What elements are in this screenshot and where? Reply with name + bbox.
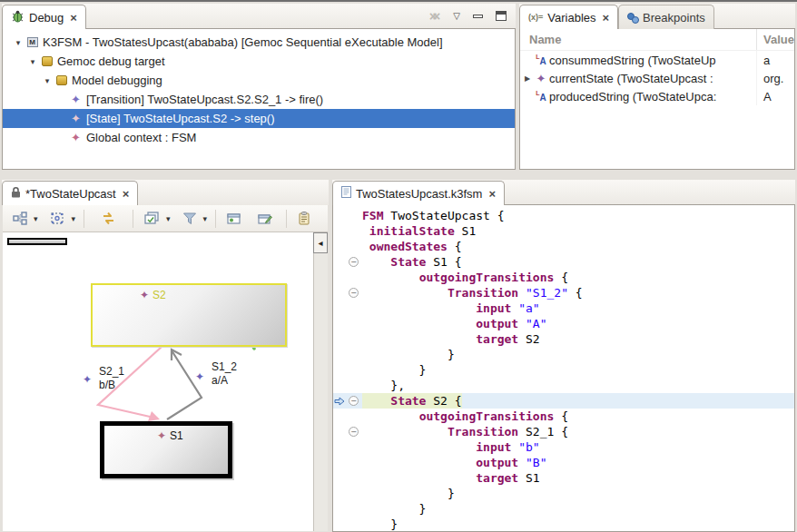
view-menu-icon[interactable]: ▽ <box>453 11 460 21</box>
tab-diagram-close-icon[interactable]: × <box>123 187 130 201</box>
tab-variables-close-icon[interactable]: × <box>603 11 610 25</box>
fold-gutter <box>345 362 362 378</box>
code-line[interactable]: } <box>333 517 794 532</box>
breakpoints-icon <box>627 13 638 22</box>
arrange-selection-icon[interactable] <box>47 210 68 227</box>
annotation-gutter <box>333 316 345 331</box>
variable-row[interactable]: ▶✦currentState (TwoStateUpcast :org. <box>520 69 794 87</box>
code-line[interactable]: initialState S1 <box>333 223 794 239</box>
tab-variables[interactable]: (x)= Variables × <box>519 5 618 29</box>
clipboard-icon[interactable] <box>295 210 313 227</box>
show-properties-icon[interactable] <box>224 211 244 227</box>
variable-row[interactable]: LAconsummedString (TwoStateUpa <box>520 51 794 69</box>
code-line[interactable]: input "a" <box>333 300 794 316</box>
debug-tree-item-label: Gemoc debug target <box>57 54 165 68</box>
code-line-text: } <box>362 517 398 532</box>
maximize-icon[interactable] <box>496 11 507 21</box>
state-s1-node[interactable]: ✦ S1 <box>100 421 232 478</box>
expander-icon[interactable]: ▾ <box>41 76 54 85</box>
code-line[interactable]: } <box>333 347 794 362</box>
column-header-name[interactable]: Name <box>520 29 757 50</box>
arrange-dropdown-icon[interactable]: ▾ <box>72 214 76 223</box>
remove-terminated-icon[interactable]: ×× <box>429 8 441 24</box>
code-lines[interactable]: FSM TwoStateUpcast { initialState S1 own… <box>333 205 794 531</box>
debug-tree-item[interactable]: ▾Model debugging <box>3 71 515 90</box>
tab-debug-close-icon[interactable]: × <box>70 11 77 25</box>
code-line-text: } <box>362 501 426 517</box>
layers-icon[interactable] <box>142 210 162 227</box>
filter-dropdown-icon[interactable]: ▾ <box>203 214 208 223</box>
code-line[interactable]: target S1 <box>333 470 794 486</box>
annotation-gutter <box>333 208 345 223</box>
variable-value: A <box>757 90 772 103</box>
debug-tree-item[interactable]: ✦[State] TwoStateUpcast.S2 -> step() <box>3 109 515 128</box>
tab-debug[interactable]: Debug × <box>2 5 86 29</box>
edge-s1-to-s2[interactable] <box>167 350 202 419</box>
code-line[interactable]: ownedStates { <box>333 239 794 254</box>
diagram-editor-tabbar: *TwoStateUpcast × <box>2 180 329 205</box>
tab-variables-label: Variables <box>547 11 595 25</box>
minimize-icon[interactable] <box>473 15 483 18</box>
state-s1-label[interactable]: S1 <box>170 429 183 442</box>
debug-tree-item[interactable]: ▾MK3FSM - TwoStatesUpcast(abababa) [Gemo… <box>3 33 515 52</box>
debug-view: Debug × ×× ▽ ▾MK3FSM - TwoStatesUpcast(a… <box>2 4 516 170</box>
code-line-text: } <box>362 362 426 378</box>
expander-icon[interactable]: ▾ <box>26 57 39 66</box>
code-line[interactable]: − State S1 { <box>333 254 794 270</box>
code-line[interactable]: outgoingTransitions { <box>333 270 794 285</box>
variable-name: currentState (TwoStateUpcast : <box>549 72 713 85</box>
expander-icon[interactable]: ▾ <box>12 38 25 47</box>
edge-left-io-label[interactable]: b/B <box>99 379 115 391</box>
edge-right-io-label[interactable]: a/A <box>212 374 228 387</box>
expander-icon[interactable]: ▶ <box>522 74 533 83</box>
code-line[interactable]: } <box>333 501 794 517</box>
fold-collapse-icon[interactable]: − <box>345 393 362 409</box>
filter-icon[interactable] <box>180 210 200 227</box>
debug-tree-item-label: [Transition] TwoStateUpcast.S2.S2_1 -> f… <box>86 93 323 106</box>
edge-right-name-label[interactable]: S1_2 <box>212 360 237 373</box>
tab-diagram[interactable]: *TwoStateUpcast × <box>2 181 138 205</box>
code-line[interactable]: − Transition "S1_2" { <box>333 285 794 300</box>
refresh-icon[interactable] <box>98 210 119 227</box>
layout-icon[interactable] <box>10 210 30 227</box>
debug-tree-item[interactable]: ✦Global context : FSM <box>3 128 515 147</box>
variables-view: (x)= Variables × Breakpoints Name Value … <box>519 4 795 170</box>
tab-k3fsm-file[interactable]: TwoStatesUpcast.k3fsm × <box>332 181 505 205</box>
code-line[interactable]: outgoingTransitions { <box>333 409 794 424</box>
code-line[interactable]: − Transition S2_1 { <box>333 424 794 439</box>
tab-breakpoints-label: Breakpoints <box>643 11 705 25</box>
diagram-canvas[interactable]: ✦ S2_1 b/B ✦ S1_2 a/A ✦ S2 ✦ S1 <box>3 232 314 531</box>
variable-row[interactable]: LAproducedString (TwoStateUpca:A <box>520 87 794 105</box>
layers-dropdown-icon[interactable]: ▾ <box>166 214 171 223</box>
layout-dropdown-icon[interactable]: ▾ <box>34 214 38 223</box>
diagram-edges: ✦ S2_1 b/B ✦ S1_2 a/A <box>3 232 314 530</box>
code-line[interactable]: FSM TwoStateUpcast { <box>333 208 794 223</box>
palette-expand-button[interactable]: ◂ <box>313 232 328 253</box>
code-line[interactable]: input "b" <box>333 439 794 455</box>
annotation-gutter <box>333 362 345 378</box>
code-line[interactable]: target S2 <box>333 331 794 347</box>
fold-collapse-icon[interactable]: − <box>345 285 362 300</box>
code-line[interactable]: output "B" <box>333 455 794 470</box>
code-line[interactable]: − State S2 { <box>333 393 794 409</box>
tab-k3fsm-close-icon[interactable]: × <box>488 187 496 201</box>
code-line[interactable]: } <box>333 486 794 501</box>
fold-collapse-icon[interactable]: − <box>345 254 362 270</box>
edge-left-name-label[interactable]: S2_1 <box>99 365 124 378</box>
debug-tree-item[interactable]: ▾Gemoc debug target <box>3 52 515 71</box>
fold-gutter <box>345 347 362 362</box>
column-header-value[interactable]: Value <box>757 33 794 46</box>
edit-properties-icon[interactable] <box>255 211 275 227</box>
annotation-gutter <box>333 424 345 439</box>
code-line[interactable]: output "A" <box>333 316 794 331</box>
fold-collapse-icon[interactable]: − <box>345 424 362 439</box>
variable-name: producedString (TwoStateUpca: <box>549 90 716 103</box>
toolbar-separator <box>215 210 216 228</box>
state-s2-label[interactable]: S2 <box>153 289 166 301</box>
tab-breakpoints[interactable]: Breakpoints <box>618 5 714 29</box>
code-line[interactable]: }, <box>333 378 794 393</box>
debug-tree-item[interactable]: ✦[Transition] TwoStateUpcast.S2.S2_1 -> … <box>3 90 515 109</box>
state-s2-node[interactable]: ✦ S2 <box>91 283 287 347</box>
code-line-text: } <box>362 347 455 362</box>
code-line[interactable]: } <box>333 362 794 378</box>
